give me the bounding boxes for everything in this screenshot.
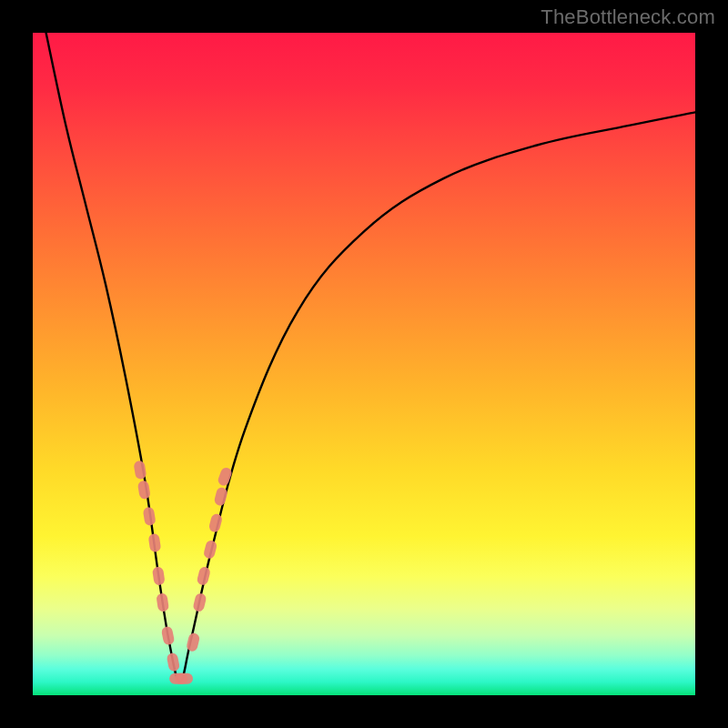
- chart-frame: TheBottleneck.com: [0, 0, 728, 728]
- highlighted-point: [217, 466, 233, 487]
- highlighted-point: [161, 625, 176, 645]
- highlighted-point: [148, 533, 162, 553]
- highlighted-point: [137, 480, 151, 500]
- highlighted-point: [143, 507, 157, 527]
- highlighted-point: [152, 566, 166, 586]
- highlighted-point: [192, 592, 207, 612]
- highlighted-point: [203, 540, 218, 560]
- plot-area: [33, 33, 695, 695]
- highlighted-point: [175, 673, 193, 684]
- highlighted-points-group: [133, 460, 233, 684]
- highlighted-point: [156, 592, 169, 612]
- highlighted-point: [166, 652, 180, 672]
- highlighted-point: [197, 566, 212, 586]
- bottleneck-curve: [46, 33, 695, 682]
- watermark-label: TheBottleneck.com: [541, 5, 715, 29]
- highlighted-point: [133, 460, 147, 480]
- chart-svg: [33, 33, 695, 695]
